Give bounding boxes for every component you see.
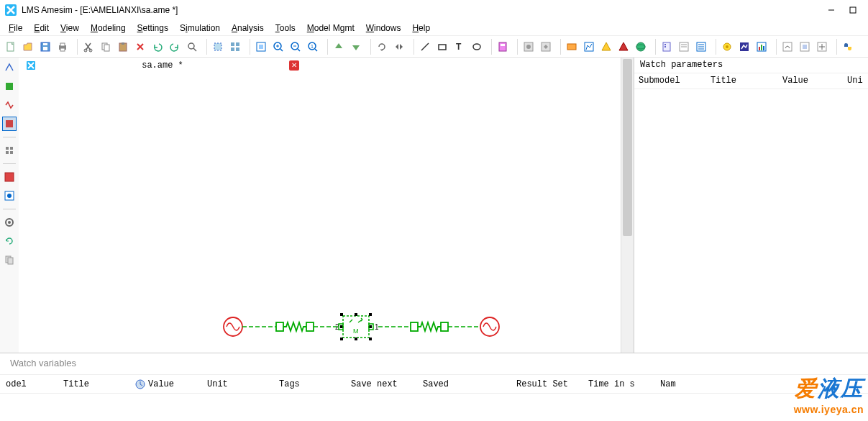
save-icon[interactable] bbox=[37, 39, 53, 55]
menu-view[interactable]: View bbox=[55, 22, 85, 35]
spring-damper-left[interactable] bbox=[276, 322, 314, 331]
col-title[interactable]: Title bbox=[706, 73, 778, 89]
sim4-icon[interactable] bbox=[616, 39, 631, 55]
scrollbar-thumb[interactable] bbox=[623, 59, 632, 236]
sim3-icon[interactable] bbox=[598, 39, 614, 55]
cut-icon[interactable] bbox=[81, 39, 96, 55]
up-arrow-icon[interactable] bbox=[331, 39, 347, 55]
zoom-in-icon[interactable] bbox=[270, 39, 286, 55]
vertical-scrollbar[interactable] bbox=[621, 58, 634, 353]
copy2-icon[interactable] bbox=[2, 253, 17, 267]
open-file-icon[interactable] bbox=[20, 39, 36, 55]
probe-icon[interactable] bbox=[719, 39, 735, 55]
new-file-icon[interactable] bbox=[3, 39, 19, 55]
graph-icon[interactable] bbox=[736, 39, 752, 55]
rotate-icon[interactable] bbox=[374, 39, 390, 55]
col-submodel[interactable]: Submodel bbox=[634, 73, 706, 89]
ellipse-tool-icon[interactable] bbox=[469, 39, 485, 55]
source-right[interactable] bbox=[480, 317, 499, 336]
parameter-mode-icon[interactable] bbox=[2, 98, 17, 112]
tab-close-icon[interactable]: ✕ bbox=[289, 60, 299, 71]
col-saved[interactable]: Saved bbox=[417, 376, 511, 392]
col-unit[interactable]: Uni bbox=[843, 73, 867, 89]
minimize-button[interactable] bbox=[821, 3, 842, 17]
db-icon[interactable] bbox=[659, 39, 675, 55]
svg-rect-71 bbox=[6, 83, 13, 90]
mode1-icon[interactable] bbox=[521, 39, 536, 55]
svg-line-31 bbox=[298, 49, 300, 51]
svg-rect-36 bbox=[439, 45, 446, 50]
copy-icon[interactable] bbox=[98, 39, 114, 55]
text-tool-icon[interactable]: T bbox=[452, 39, 467, 55]
find-icon[interactable] bbox=[184, 39, 200, 55]
col-result-set[interactable]: Result Set bbox=[511, 376, 583, 392]
maximize-button[interactable] bbox=[842, 3, 864, 17]
paste-icon[interactable] bbox=[115, 39, 131, 55]
svg-rect-94 bbox=[355, 338, 357, 340]
sim1-icon[interactable] bbox=[564, 39, 580, 55]
svg-rect-63 bbox=[761, 45, 762, 50]
view1-icon[interactable] bbox=[2, 170, 17, 184]
zoom-out-icon[interactable] bbox=[288, 39, 303, 55]
mode2-icon[interactable] bbox=[538, 39, 554, 55]
refresh-icon[interactable] bbox=[2, 234, 17, 248]
grid-icon[interactable] bbox=[227, 39, 243, 55]
model-canvas[interactable]: 2 M 1 bbox=[19, 73, 621, 353]
flip-icon[interactable] bbox=[391, 39, 407, 55]
menu-modeling[interactable]: Modeling bbox=[85, 22, 132, 35]
globe-icon[interactable] bbox=[633, 39, 649, 55]
tree-icon[interactable] bbox=[676, 39, 692, 55]
document-tabs: sa.ame * ✕ bbox=[19, 58, 621, 73]
gear-icon[interactable] bbox=[2, 215, 17, 230]
fit-icon[interactable] bbox=[253, 39, 269, 55]
col-time[interactable]: Time in s bbox=[583, 376, 654, 392]
view2-icon[interactable] bbox=[2, 189, 17, 203]
menu-model-mgmt[interactable]: Model Mgmt bbox=[301, 22, 360, 35]
spring-damper-right[interactable] bbox=[411, 322, 448, 331]
col-title2[interactable]: Title bbox=[58, 376, 129, 392]
undo-icon[interactable] bbox=[150, 39, 165, 55]
col-value2[interactable]: Value bbox=[129, 376, 201, 392]
col-save-next[interactable]: Save next bbox=[345, 376, 417, 392]
tool2-icon[interactable] bbox=[797, 39, 813, 55]
list-icon[interactable] bbox=[693, 39, 709, 55]
col-tags[interactable]: Tags bbox=[273, 376, 345, 392]
plot-icon[interactable] bbox=[754, 39, 769, 55]
select-icon[interactable] bbox=[210, 39, 226, 55]
tool1-icon[interactable] bbox=[780, 39, 795, 55]
python-icon[interactable] bbox=[840, 39, 856, 55]
document-tab[interactable]: sa.ame * ✕ bbox=[19, 58, 306, 73]
source-left[interactable] bbox=[224, 317, 242, 336]
sim2-icon[interactable] bbox=[581, 39, 597, 55]
simulation-mode-icon[interactable] bbox=[2, 117, 17, 131]
svg-rect-87 bbox=[306, 322, 314, 331]
menu-windows[interactable]: Windows bbox=[360, 22, 407, 35]
menu-tools[interactable]: Tools bbox=[270, 22, 301, 35]
svg-rect-65 bbox=[783, 42, 792, 51]
print-icon[interactable] bbox=[55, 39, 70, 55]
submodel-mode-icon[interactable] bbox=[2, 79, 17, 94]
menu-simulation[interactable]: Simulation bbox=[174, 22, 226, 35]
watch-variables-panel: Watch variables odel Title Value Unit Ta… bbox=[0, 353, 868, 408]
rect-tool-icon[interactable] bbox=[434, 39, 450, 55]
menu-edit[interactable]: Edit bbox=[28, 22, 55, 35]
col-value[interactable]: Value bbox=[778, 73, 843, 89]
menu-analysis[interactable]: Analysis bbox=[226, 22, 270, 35]
col-name[interactable]: Nam bbox=[654, 376, 698, 392]
menu-file[interactable]: File bbox=[3, 22, 28, 35]
menu-help[interactable]: Help bbox=[406, 22, 436, 35]
col-unit2[interactable]: Unit bbox=[201, 376, 273, 392]
col-model[interactable]: odel bbox=[0, 376, 58, 392]
menu-settings[interactable]: Settings bbox=[132, 22, 174, 35]
zoom-reset-icon[interactable]: 1 bbox=[305, 39, 321, 55]
tool3-icon[interactable] bbox=[814, 39, 830, 55]
mass-block[interactable]: M bbox=[339, 313, 373, 340]
line-tool-icon[interactable] bbox=[417, 39, 433, 55]
redo-icon[interactable] bbox=[167, 39, 183, 55]
delete-icon[interactable] bbox=[132, 39, 148, 55]
calculate-icon[interactable] bbox=[495, 39, 511, 55]
clock-icon bbox=[135, 379, 145, 389]
sketch-mode-icon[interactable] bbox=[2, 60, 17, 75]
library-icon[interactable] bbox=[2, 143, 17, 158]
down-arrow-icon[interactable] bbox=[348, 39, 364, 55]
